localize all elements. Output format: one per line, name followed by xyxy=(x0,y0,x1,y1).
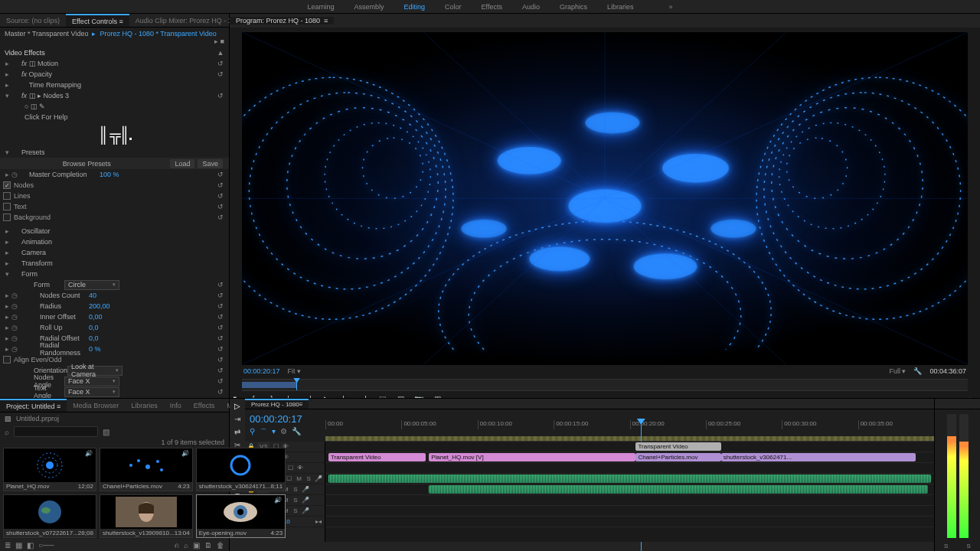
timeline-scrollbar[interactable] xyxy=(245,542,934,551)
audio-clip[interactable] xyxy=(328,474,931,483)
audio-clip[interactable] xyxy=(429,485,928,494)
program-scrubber[interactable] xyxy=(242,379,968,391)
tab-libraries[interactable]: Libraries xyxy=(125,399,164,412)
background-checkbox[interactable] xyxy=(3,214,11,221)
svg-point-24 xyxy=(137,459,140,462)
twirl-icon[interactable]: ▾ xyxy=(3,270,11,278)
program-duration: 00:04:36:07 xyxy=(929,367,966,375)
tab-info[interactable]: Info xyxy=(164,399,188,412)
sequence-tab[interactable]: Prorez HQ - 1080 ≡ xyxy=(245,399,309,409)
svg-point-8 xyxy=(710,220,756,238)
radius-value[interactable]: 200,00 xyxy=(89,302,142,310)
reset-icon[interactable]: ↺ xyxy=(215,60,226,67)
wrench-icon[interactable]: 🔧 xyxy=(292,427,301,438)
rollup-value[interactable]: 0,0 xyxy=(89,324,142,331)
tab-source[interactable]: Source: (no clips) xyxy=(0,14,66,27)
audio-meters: SS xyxy=(934,399,980,551)
ws-learning[interactable]: Learning xyxy=(307,3,334,11)
freeform-view-icon[interactable]: ◧ xyxy=(27,541,34,549)
program-tab[interactable]: Program: Prorez HQ - 1080 ≡ xyxy=(230,17,334,24)
timeline-tracks[interactable]: Transparent Video Transparent Video Plan… xyxy=(325,442,934,542)
tab-effect-controls[interactable]: Effect Controls ≡ xyxy=(66,14,129,27)
lines-checkbox[interactable] xyxy=(3,192,11,200)
program-current-time[interactable]: 00:00:20:17 xyxy=(243,367,280,375)
nodes-angle-dropdown[interactable]: Face X▾ xyxy=(64,377,119,386)
marker-icon[interactable]: ▾ xyxy=(272,427,276,438)
browse-presets-button[interactable]: Browse Presets xyxy=(6,160,167,168)
zoom-dropdown[interactable]: Fit ▾ xyxy=(288,367,302,375)
linked-selection-icon[interactable]: ⌒ xyxy=(260,427,267,438)
align-even-odd-checkbox[interactable] xyxy=(3,356,11,364)
ws-color[interactable]: Color xyxy=(445,3,462,11)
clip[interactable]: Chanel+Particles.mov xyxy=(635,453,720,461)
svg-point-28 xyxy=(231,456,250,474)
meter-right xyxy=(959,414,969,538)
project-item[interactable]: shutterstock_v13909810...13:04 xyxy=(100,494,193,538)
snap-icon[interactable]: ⚲ xyxy=(250,427,255,438)
resolution-dropdown[interactable]: Full ▾ xyxy=(889,367,906,375)
project-footer: ≣ ▦ ◧ ○── ⎌ ⌕ ▣ 🗎 🗑 xyxy=(0,539,229,551)
text-checkbox[interactable] xyxy=(3,203,11,210)
twirl-icon[interactable]: ▸ xyxy=(3,60,11,67)
ws-assembly[interactable]: Assembly xyxy=(354,3,384,11)
project-item[interactable]: 🔊Chanel+Particles.mov4:23 xyxy=(100,448,193,491)
form-dropdown[interactable]: Circle▾ xyxy=(64,280,119,290)
project-filename: Untitled.prproj xyxy=(16,415,59,422)
radial-offset-value[interactable]: 0,0 xyxy=(89,334,142,342)
clip[interactable]: Transparent Video xyxy=(328,453,426,461)
ws-audio[interactable]: Audio xyxy=(522,3,540,11)
zoom-slider[interactable]: ○── xyxy=(38,541,54,549)
radial-randomness-value[interactable]: 0 % xyxy=(89,345,142,353)
tab-media-browser[interactable]: Media Browser xyxy=(67,399,125,412)
search-icon[interactable]: ⌕ xyxy=(5,428,9,436)
ripple-edit-tool-icon[interactable]: ⇄ xyxy=(234,428,240,436)
clip[interactable]: Planet_HQ.mov [V] xyxy=(429,453,635,461)
load-button[interactable]: Load xyxy=(170,159,194,168)
list-view-icon[interactable]: ≣ xyxy=(5,541,11,549)
automate-icon[interactable]: ⎌ xyxy=(175,541,179,549)
new-bin-icon[interactable]: ▧ xyxy=(103,428,109,436)
selection-tool-icon[interactable]: ▷ xyxy=(234,402,240,410)
text-angle-dropdown[interactable]: Face X▾ xyxy=(64,387,119,397)
nodes-checkbox[interactable] xyxy=(3,181,11,189)
twirl-icon[interactable]: ▸ xyxy=(3,81,11,89)
nodes-count-value[interactable]: 40 xyxy=(89,292,142,299)
new-bin-icon[interactable]: ▣ xyxy=(193,541,200,549)
clip[interactable]: shutterstock_v3062471... xyxy=(721,453,916,461)
settings-icon[interactable]: 🔧 xyxy=(913,367,922,375)
orientation-dropdown[interactable]: Look at Camera▾ xyxy=(67,366,122,376)
clip[interactable]: Transparent Video xyxy=(635,442,720,451)
inner-offset-value[interactable]: 0,00 xyxy=(89,313,142,321)
time-ruler[interactable]: 00:00 00:00:05:00 00:00:10:00 00:00:15:0… xyxy=(325,409,934,442)
ws-libraries[interactable]: Libraries xyxy=(607,3,634,11)
twirl-icon[interactable]: ▾ xyxy=(3,92,11,99)
workspace-bar: Learning Assembly Editing Color Effects … xyxy=(0,0,980,14)
ws-effects[interactable]: Effects xyxy=(482,3,502,11)
master-completion-value[interactable]: 100 % xyxy=(100,171,153,178)
project-panel: Project: Untitled ≡ Media Browser Librar… xyxy=(0,399,230,551)
twirl-icon[interactable]: ▾ xyxy=(3,148,11,156)
settings-icon[interactable]: ⚙ xyxy=(280,427,287,438)
project-item[interactable]: shutterstock_v30624171...8;11 xyxy=(196,448,286,491)
project-item[interactable]: shutterstock_v07222617...28;08 xyxy=(3,494,96,538)
icon-view-icon[interactable]: ▦ xyxy=(15,541,22,549)
stopwatch-icon[interactable]: ◷ xyxy=(11,171,18,178)
program-viewport[interactable] xyxy=(242,32,968,365)
clip-source-path: Master * Transparent Video ▸ Prorez HQ -… xyxy=(0,28,229,47)
meter-left xyxy=(947,414,956,538)
project-item[interactable]: 🔊Planet_HQ.mov12;02 xyxy=(3,448,96,491)
project-search-input[interactable] xyxy=(14,426,98,437)
find-icon[interactable]: ⌕ xyxy=(184,541,188,549)
new-item-icon[interactable]: 🗎 xyxy=(204,541,212,549)
tab-project[interactable]: Project: Untitled ≡ xyxy=(0,399,67,412)
twirl-icon[interactable]: ▸ xyxy=(3,70,11,78)
ws-graphics[interactable]: Graphics xyxy=(560,3,587,11)
project-item-selected[interactable]: 🔊Eye-opening.mov4:23 xyxy=(196,494,286,538)
timeline-timecode[interactable]: 00:00:20:17 xyxy=(250,413,321,425)
trash-icon[interactable]: 🗑 xyxy=(217,541,224,549)
ws-editing[interactable]: Editing xyxy=(404,3,426,11)
track-select-tool-icon[interactable]: ⇥ xyxy=(234,415,240,423)
tab-effects[interactable]: Effects xyxy=(188,399,220,412)
ws-overflow-icon[interactable]: » xyxy=(669,3,673,11)
save-button[interactable]: Save xyxy=(198,159,223,168)
